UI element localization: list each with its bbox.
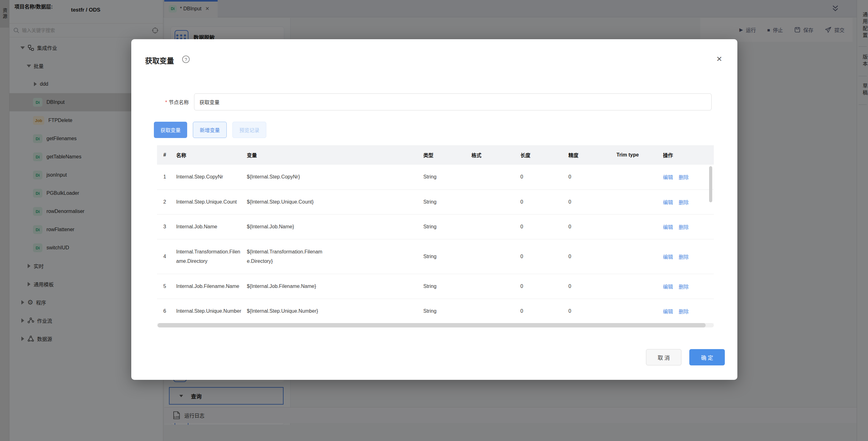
cell-length: 0 [519, 190, 566, 214]
col-index: # [157, 145, 174, 165]
cell-format [469, 214, 519, 239]
table-header-row: # 名称 变量 类型 格式 长度 精度 Trim type 操作 [157, 145, 714, 165]
col-name: 名称 [174, 145, 245, 165]
preview-records-button[interactable]: 预览记录 [232, 122, 266, 138]
col-format: 格式 [469, 145, 519, 165]
edit-link[interactable]: 编辑 [663, 255, 673, 260]
cell-index: 1 [157, 165, 174, 190]
get-variables-dialog: 获取变量 ? ✕ *节点名称 获取变量 新增变量 预览记录 # 名称 变量 类型… [131, 39, 737, 380]
delete-link[interactable]: 删除 [679, 309, 689, 314]
cell-format [469, 165, 519, 190]
add-variable-button[interactable]: 新增变量 [193, 122, 227, 138]
delete-link[interactable]: 删除 [679, 284, 689, 290]
cell-index: 4 [157, 239, 174, 274]
col-actions: 操作 [661, 145, 714, 165]
cell-actions: 编辑删除 [661, 190, 714, 214]
edit-link[interactable]: 编辑 [663, 175, 673, 180]
name-text: Internal.Step.Unique.Count [176, 197, 237, 207]
cell-variable: ${Internal.Step.Unique.Count} [245, 190, 422, 214]
table-row: 4 Internal.Transformation.Filename.Direc… [157, 239, 714, 274]
cell-format [469, 274, 519, 299]
col-precision: 精度 [566, 145, 615, 165]
cell-format [469, 239, 519, 274]
col-trim-type: Trim type [615, 145, 661, 165]
confirm-button[interactable]: 确 定 [689, 349, 725, 365]
variable-text: ${Internal.Step.Unique.Count} [247, 197, 314, 207]
cell-type: String [422, 165, 469, 190]
cell-name: Internal.Transformation.Filename.Directo… [174, 239, 245, 274]
help-icon[interactable]: ? [182, 56, 190, 63]
cell-trim [615, 239, 661, 274]
edit-link[interactable]: 编辑 [663, 225, 673, 230]
table-horizontal-scrollbar-thumb[interactable] [158, 323, 706, 328]
variable-text: ${Internal.Job.Name} [247, 222, 294, 232]
cell-precision: 0 [566, 214, 615, 239]
close-icon[interactable]: ✕ [716, 56, 722, 62]
delete-link[interactable]: 删除 [679, 225, 689, 230]
table-row: 5 Internal.Job.Filename.Name ${Internal.… [157, 274, 714, 299]
table-row: 1 Internal.Step.CopyNr ${Internal.Step.C… [157, 165, 714, 190]
cell-length: 0 [519, 299, 566, 324]
variable-text: ${Internal.Job.Filename.Name} [247, 282, 316, 291]
cell-trim [615, 214, 661, 239]
delete-link[interactable]: 删除 [679, 255, 689, 260]
cell-length: 0 [519, 239, 566, 274]
cell-name: Internal.Step.CopyNr [174, 165, 245, 190]
name-text: Internal.Job.Filename.Name [176, 282, 239, 291]
cell-format [469, 190, 519, 214]
variable-text: ${Internal.Step.Unique.Number} [247, 306, 318, 316]
cell-actions: 编辑删除 [661, 274, 714, 299]
cell-type: String [422, 274, 469, 299]
cancel-button[interactable]: 取 消 [646, 349, 681, 365]
variables-table: # 名称 变量 类型 格式 长度 精度 Trim type 操作 1 Inter… [157, 145, 714, 324]
name-text: Internal.Step.CopyNr [176, 172, 223, 181]
table-vertical-scrollbar[interactable] [709, 166, 712, 202]
cell-type: String [422, 214, 469, 239]
cell-length: 0 [519, 165, 566, 190]
edit-link[interactable]: 编辑 [663, 200, 673, 205]
name-text: Internal.Step.Unique.Number [176, 306, 241, 316]
edit-link[interactable]: 编辑 [663, 309, 673, 314]
node-name-input[interactable] [194, 94, 712, 110]
cell-actions: 编辑删除 [661, 239, 714, 274]
cell-precision: 0 [566, 274, 615, 299]
dialog-title: 获取变量 [145, 55, 174, 66]
variables-table-container: # 名称 变量 类型 格式 长度 精度 Trim type 操作 1 Inter… [157, 145, 714, 328]
delete-link[interactable]: 删除 [679, 200, 689, 205]
cell-length: 0 [519, 274, 566, 299]
cell-type: String [422, 299, 469, 324]
table-row: 3 Internal.Job.Name ${Internal.Job.Name}… [157, 214, 714, 239]
col-type: 类型 [422, 145, 469, 165]
col-length: 长度 [519, 145, 566, 165]
node-name-label-text: 节点名称 [168, 100, 189, 105]
cell-index: 5 [157, 274, 174, 299]
cell-name: Internal.Job.Name [174, 214, 245, 239]
cell-actions: 编辑删除 [661, 299, 714, 324]
table-horizontal-scrollbar-track[interactable] [157, 323, 714, 328]
cell-variable: ${Internal.Transformation.Filename.Direc… [245, 239, 422, 274]
edit-link[interactable]: 编辑 [663, 284, 673, 290]
delete-link[interactable]: 删除 [679, 175, 689, 180]
cell-format [469, 299, 519, 324]
cell-index: 2 [157, 190, 174, 214]
node-name-label: *节点名称 [165, 98, 189, 106]
cell-type: String [422, 239, 469, 274]
variable-text: ${Internal.Step.CopyNr} [247, 172, 300, 181]
name-text: Internal.Job.Name [176, 222, 217, 232]
cell-length: 0 [519, 214, 566, 239]
cell-trim [615, 165, 661, 190]
cell-actions: 编辑删除 [661, 165, 714, 190]
cell-precision: 0 [566, 165, 615, 190]
cell-type: String [422, 190, 469, 214]
cell-variable: ${Internal.Job.Name} [245, 214, 422, 239]
dialog-action-buttons: 获取变量 新增变量 预览记录 [154, 122, 266, 138]
cell-index: 6 [157, 299, 174, 324]
cell-precision: 0 [566, 239, 615, 274]
fetch-variables-button[interactable]: 获取变量 [154, 122, 187, 138]
cell-actions: 编辑删除 [661, 214, 714, 239]
cell-variable: ${Internal.Step.CopyNr} [245, 165, 422, 190]
cell-name: Internal.Job.Filename.Name [174, 274, 245, 299]
table-row: 6 Internal.Step.Unique.Number ${Internal… [157, 299, 714, 324]
cell-name: Internal.Step.Unique.Number [174, 299, 245, 324]
col-variable: 变量 [245, 145, 422, 165]
